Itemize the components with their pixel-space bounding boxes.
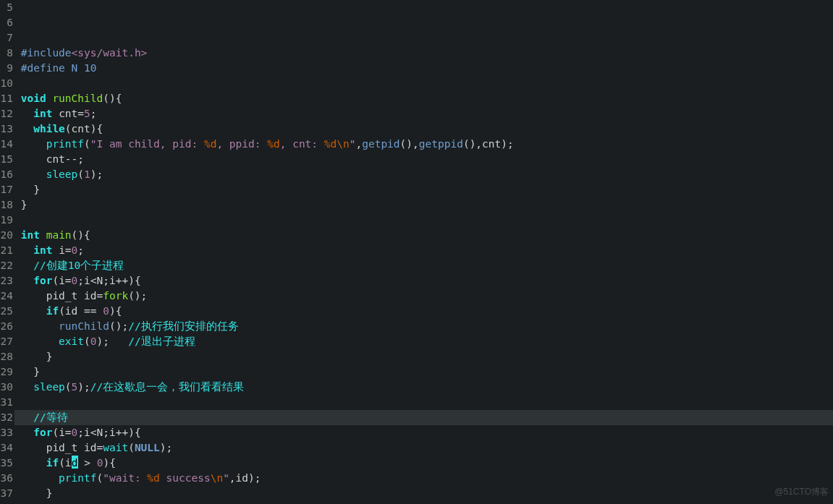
code-line[interactable]: exit(0); //退出子进程 — [14, 334, 833, 349]
line-number: 19 — [0, 213, 13, 228]
line-number: 25 — [0, 304, 13, 319]
code-line[interactable]: //等待 — [14, 410, 833, 425]
code-line[interactable]: int cnt=5; — [14, 106, 833, 121]
code-line[interactable]: } — [14, 182, 833, 197]
line-number: 11 — [0, 91, 13, 106]
code-line[interactable]: pid_t id=fork(); — [14, 289, 833, 304]
code-line[interactable]: runChild();//执行我们安排的任务 — [14, 319, 833, 334]
code-editor[interactable]: 5678910111213141516171819202122232425262… — [0, 0, 833, 504]
code-line[interactable]: #define N 10 — [14, 61, 833, 76]
code-line[interactable]: } — [14, 364, 833, 380]
line-number: 32 — [0, 410, 13, 425]
line-number: 12 — [0, 106, 13, 121]
code-line[interactable]: pid_t id=wait(NULL); — [14, 440, 833, 456]
code-line[interactable] — [14, 395, 833, 410]
line-number: 37 — [0, 486, 13, 501]
code-line[interactable]: void runChild(){ — [14, 91, 833, 106]
line-number: 18 — [0, 197, 13, 213]
line-number: 17 — [0, 182, 13, 197]
line-number: 10 — [0, 76, 13, 91]
line-number: 14 — [0, 137, 13, 152]
line-number: 33 — [0, 425, 13, 440]
line-number: 26 — [0, 319, 13, 334]
line-number: 16 — [0, 167, 13, 182]
line-number-gutter: 5678910111213141516171819202122232425262… — [0, 0, 14, 504]
text-cursor: d — [72, 456, 78, 469]
line-number: 9 — [0, 61, 13, 76]
code-line[interactable]: sleep(1); — [14, 167, 833, 182]
line-number: 7 — [0, 30, 13, 46]
code-line[interactable]: } — [14, 197, 833, 213]
line-number: 20 — [0, 228, 13, 243]
code-line[interactable]: int i=0; — [14, 243, 833, 258]
code-line[interactable]: if(id == 0){ — [14, 304, 833, 319]
code-line[interactable]: } — [14, 349, 833, 364]
line-number: 15 — [0, 152, 13, 167]
line-number: 34 — [0, 440, 13, 456]
line-number: 23 — [0, 273, 13, 289]
line-number: 6 — [0, 15, 13, 30]
line-number: 13 — [0, 121, 13, 137]
line-number: 28 — [0, 349, 13, 364]
line-number: 21 — [0, 243, 13, 258]
code-line[interactable] — [14, 213, 833, 228]
code-line[interactable]: for(i=0;i<N;i++){ — [14, 425, 833, 440]
code-line[interactable]: while(cnt){ — [14, 121, 833, 137]
code-line[interactable]: } — [14, 501, 833, 504]
line-number: 27 — [0, 334, 13, 349]
line-number: 36 — [0, 471, 13, 486]
code-line[interactable]: } — [14, 486, 833, 501]
line-number: 8 — [0, 46, 13, 61]
code-line[interactable]: for(i=0;i<N;i++){ — [14, 273, 833, 289]
code-line[interactable] — [14, 76, 833, 91]
code-area[interactable]: #include<sys/wait.h> #define N 10 void r… — [14, 0, 833, 504]
code-line[interactable]: int main(){ — [14, 228, 833, 243]
code-line[interactable]: #include<sys/wait.h> — [14, 46, 833, 61]
line-number: 35 — [0, 456, 13, 471]
line-number: 5 — [0, 0, 13, 15]
line-number: 22 — [0, 258, 13, 273]
code-lines: #include<sys/wait.h> #define N 10 void r… — [14, 46, 833, 504]
line-number: 31 — [0, 395, 13, 410]
code-line[interactable]: if(id > 0){ — [14, 456, 833, 471]
code-line[interactable]: //创建10个子进程 — [14, 258, 833, 273]
line-number: 24 — [0, 289, 13, 304]
code-line[interactable]: printf("I am child, pid: %d, ppid: %d, c… — [14, 137, 833, 152]
code-line[interactable]: sleep(5);//在这歇息一会，我们看看结果 — [14, 380, 833, 395]
line-number: 29 — [0, 364, 13, 380]
code-line[interactable]: printf("wait: %d success\n",id); — [14, 471, 833, 486]
line-number: 30 — [0, 380, 13, 395]
code-line[interactable]: cnt--; — [14, 152, 833, 167]
